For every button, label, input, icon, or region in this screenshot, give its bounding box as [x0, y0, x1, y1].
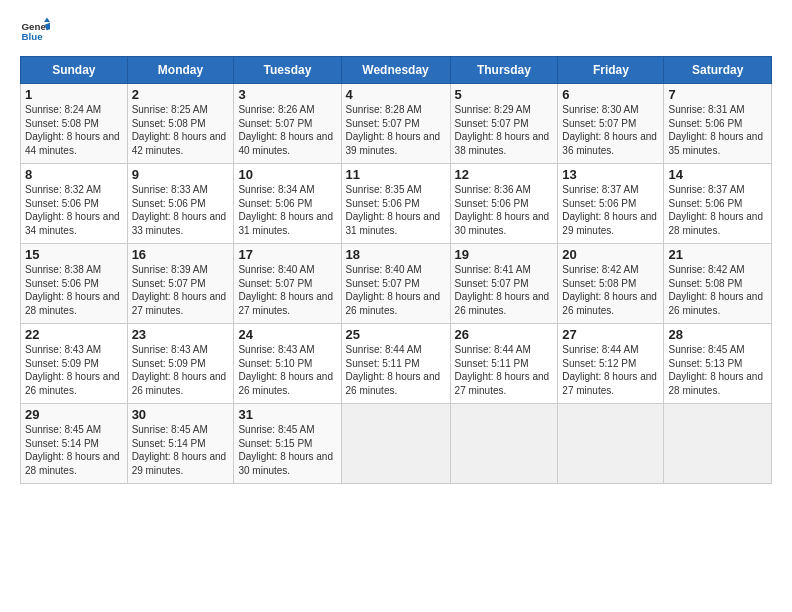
- day-info: Sunrise: 8:34 AMSunset: 5:06 PMDaylight:…: [238, 183, 336, 237]
- calendar-cell: 26Sunrise: 8:44 AMSunset: 5:11 PMDayligh…: [450, 324, 558, 404]
- calendar-cell: 15Sunrise: 8:38 AMSunset: 5:06 PMDayligh…: [21, 244, 128, 324]
- calendar-header-row: SundayMondayTuesdayWednesdayThursdayFrid…: [21, 57, 772, 84]
- day-info: Sunrise: 8:37 AMSunset: 5:06 PMDaylight:…: [562, 183, 659, 237]
- day-info: Sunrise: 8:42 AMSunset: 5:08 PMDaylight:…: [562, 263, 659, 317]
- day-number: 1: [25, 87, 123, 102]
- weekday-header: Tuesday: [234, 57, 341, 84]
- day-info: Sunrise: 8:30 AMSunset: 5:07 PMDaylight:…: [562, 103, 659, 157]
- calendar-cell: 3Sunrise: 8:26 AMSunset: 5:07 PMDaylight…: [234, 84, 341, 164]
- day-number: 9: [132, 167, 230, 182]
- svg-text:Blue: Blue: [22, 31, 44, 42]
- calendar-cell: 31Sunrise: 8:45 AMSunset: 5:15 PMDayligh…: [234, 404, 341, 484]
- header: General Blue: [20, 16, 772, 46]
- day-info: Sunrise: 8:44 AMSunset: 5:11 PMDaylight:…: [346, 343, 446, 397]
- calendar-cell: [341, 404, 450, 484]
- day-info: Sunrise: 8:43 AMSunset: 5:09 PMDaylight:…: [25, 343, 123, 397]
- calendar-week-row: 15Sunrise: 8:38 AMSunset: 5:06 PMDayligh…: [21, 244, 772, 324]
- calendar-week-row: 8Sunrise: 8:32 AMSunset: 5:06 PMDaylight…: [21, 164, 772, 244]
- day-info: Sunrise: 8:44 AMSunset: 5:11 PMDaylight:…: [455, 343, 554, 397]
- day-number: 3: [238, 87, 336, 102]
- calendar-table: SundayMondayTuesdayWednesdayThursdayFrid…: [20, 56, 772, 484]
- day-info: Sunrise: 8:31 AMSunset: 5:06 PMDaylight:…: [668, 103, 767, 157]
- calendar-cell: 16Sunrise: 8:39 AMSunset: 5:07 PMDayligh…: [127, 244, 234, 324]
- calendar-cell: 23Sunrise: 8:43 AMSunset: 5:09 PMDayligh…: [127, 324, 234, 404]
- day-number: 7: [668, 87, 767, 102]
- calendar-cell: 5Sunrise: 8:29 AMSunset: 5:07 PMDaylight…: [450, 84, 558, 164]
- weekday-header: Saturday: [664, 57, 772, 84]
- weekday-header: Monday: [127, 57, 234, 84]
- calendar-cell: 17Sunrise: 8:40 AMSunset: 5:07 PMDayligh…: [234, 244, 341, 324]
- day-number: 21: [668, 247, 767, 262]
- calendar-week-row: 22Sunrise: 8:43 AMSunset: 5:09 PMDayligh…: [21, 324, 772, 404]
- day-number: 10: [238, 167, 336, 182]
- calendar-cell: 27Sunrise: 8:44 AMSunset: 5:12 PMDayligh…: [558, 324, 664, 404]
- day-number: 12: [455, 167, 554, 182]
- day-number: 29: [25, 407, 123, 422]
- svg-marker-2: [44, 18, 50, 23]
- day-info: Sunrise: 8:45 AMSunset: 5:13 PMDaylight:…: [668, 343, 767, 397]
- day-info: Sunrise: 8:29 AMSunset: 5:07 PMDaylight:…: [455, 103, 554, 157]
- day-number: 19: [455, 247, 554, 262]
- day-info: Sunrise: 8:37 AMSunset: 5:06 PMDaylight:…: [668, 183, 767, 237]
- day-info: Sunrise: 8:45 AMSunset: 5:15 PMDaylight:…: [238, 423, 336, 477]
- calendar-cell: [450, 404, 558, 484]
- day-info: Sunrise: 8:38 AMSunset: 5:06 PMDaylight:…: [25, 263, 123, 317]
- day-info: Sunrise: 8:43 AMSunset: 5:09 PMDaylight:…: [132, 343, 230, 397]
- calendar-cell: 20Sunrise: 8:42 AMSunset: 5:08 PMDayligh…: [558, 244, 664, 324]
- calendar-week-row: 1Sunrise: 8:24 AMSunset: 5:08 PMDaylight…: [21, 84, 772, 164]
- day-info: Sunrise: 8:40 AMSunset: 5:07 PMDaylight:…: [346, 263, 446, 317]
- calendar-cell: [664, 404, 772, 484]
- day-number: 20: [562, 247, 659, 262]
- day-number: 17: [238, 247, 336, 262]
- calendar-cell: 8Sunrise: 8:32 AMSunset: 5:06 PMDaylight…: [21, 164, 128, 244]
- calendar-cell: 28Sunrise: 8:45 AMSunset: 5:13 PMDayligh…: [664, 324, 772, 404]
- weekday-header: Thursday: [450, 57, 558, 84]
- day-info: Sunrise: 8:25 AMSunset: 5:08 PMDaylight:…: [132, 103, 230, 157]
- day-info: Sunrise: 8:28 AMSunset: 5:07 PMDaylight:…: [346, 103, 446, 157]
- day-number: 31: [238, 407, 336, 422]
- day-info: Sunrise: 8:41 AMSunset: 5:07 PMDaylight:…: [455, 263, 554, 317]
- calendar-cell: 14Sunrise: 8:37 AMSunset: 5:06 PMDayligh…: [664, 164, 772, 244]
- day-number: 8: [25, 167, 123, 182]
- day-info: Sunrise: 8:26 AMSunset: 5:07 PMDaylight:…: [238, 103, 336, 157]
- calendar-cell: 10Sunrise: 8:34 AMSunset: 5:06 PMDayligh…: [234, 164, 341, 244]
- day-info: Sunrise: 8:44 AMSunset: 5:12 PMDaylight:…: [562, 343, 659, 397]
- day-info: Sunrise: 8:35 AMSunset: 5:06 PMDaylight:…: [346, 183, 446, 237]
- day-number: 6: [562, 87, 659, 102]
- day-number: 28: [668, 327, 767, 342]
- day-number: 30: [132, 407, 230, 422]
- calendar-cell: 21Sunrise: 8:42 AMSunset: 5:08 PMDayligh…: [664, 244, 772, 324]
- calendar-cell: 29Sunrise: 8:45 AMSunset: 5:14 PMDayligh…: [21, 404, 128, 484]
- weekday-header: Wednesday: [341, 57, 450, 84]
- calendar-cell: 9Sunrise: 8:33 AMSunset: 5:06 PMDaylight…: [127, 164, 234, 244]
- calendar-cell: 13Sunrise: 8:37 AMSunset: 5:06 PMDayligh…: [558, 164, 664, 244]
- day-info: Sunrise: 8:40 AMSunset: 5:07 PMDaylight:…: [238, 263, 336, 317]
- day-number: 13: [562, 167, 659, 182]
- day-number: 24: [238, 327, 336, 342]
- day-number: 23: [132, 327, 230, 342]
- day-number: 27: [562, 327, 659, 342]
- calendar-cell: 6Sunrise: 8:30 AMSunset: 5:07 PMDaylight…: [558, 84, 664, 164]
- calendar-week-row: 29Sunrise: 8:45 AMSunset: 5:14 PMDayligh…: [21, 404, 772, 484]
- day-number: 5: [455, 87, 554, 102]
- day-info: Sunrise: 8:39 AMSunset: 5:07 PMDaylight:…: [132, 263, 230, 317]
- day-info: Sunrise: 8:45 AMSunset: 5:14 PMDaylight:…: [132, 423, 230, 477]
- day-number: 15: [25, 247, 123, 262]
- day-number: 18: [346, 247, 446, 262]
- day-info: Sunrise: 8:45 AMSunset: 5:14 PMDaylight:…: [25, 423, 123, 477]
- calendar-cell: 11Sunrise: 8:35 AMSunset: 5:06 PMDayligh…: [341, 164, 450, 244]
- logo-icon: General Blue: [20, 16, 50, 46]
- day-number: 16: [132, 247, 230, 262]
- calendar-cell: 12Sunrise: 8:36 AMSunset: 5:06 PMDayligh…: [450, 164, 558, 244]
- calendar-cell: 7Sunrise: 8:31 AMSunset: 5:06 PMDaylight…: [664, 84, 772, 164]
- day-number: 25: [346, 327, 446, 342]
- day-number: 11: [346, 167, 446, 182]
- day-number: 2: [132, 87, 230, 102]
- day-number: 22: [25, 327, 123, 342]
- calendar-cell: 24Sunrise: 8:43 AMSunset: 5:10 PMDayligh…: [234, 324, 341, 404]
- calendar-cell: 30Sunrise: 8:45 AMSunset: 5:14 PMDayligh…: [127, 404, 234, 484]
- weekday-header: Sunday: [21, 57, 128, 84]
- day-info: Sunrise: 8:42 AMSunset: 5:08 PMDaylight:…: [668, 263, 767, 317]
- calendar-cell: 25Sunrise: 8:44 AMSunset: 5:11 PMDayligh…: [341, 324, 450, 404]
- page-container: General Blue SundayMondayTuesdayWednesda…: [0, 0, 792, 494]
